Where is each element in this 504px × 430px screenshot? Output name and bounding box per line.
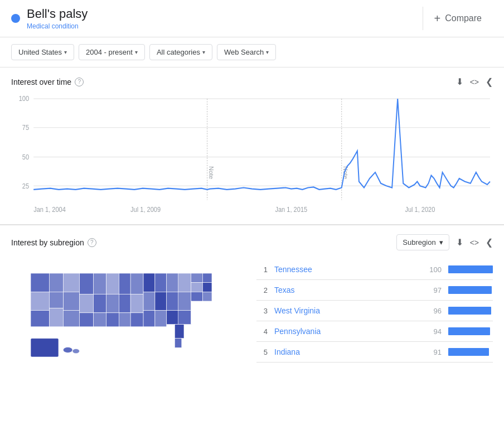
rank-number: 1 [256,265,268,274]
interest-over-time-section: Interest over time ? ⬇ <> ❮ 100 75 50 25… [0,67,504,225]
svg-text:100: 100 [19,95,29,103]
subregion-embed-icon[interactable]: <> [470,238,479,247]
svg-rect-32 [106,273,119,294]
svg-rect-35 [106,294,119,313]
chart-svg: 100 75 50 25 Jan 1, 2004 Jul 1, 2009 Jan… [11,93,493,215]
search-term-info: Bell's palsy Medical condition [11,7,423,30]
svg-rect-47 [167,292,180,310]
svg-text:Jul 1, 2009: Jul 1, 2009 [130,206,161,214]
rank-bar [448,286,492,294]
section-header: Interest over time ? ⬇ <> ❮ [11,76,493,87]
search-type-arrow-icon: ▾ [266,49,269,55]
rank-bar-container [448,327,493,335]
download-icon[interactable]: ⬇ [456,76,463,87]
search-type-filter[interactable]: Web Search ▾ [217,44,276,60]
subregion-title-group: Interest by subregion ? [11,238,96,247]
svg-rect-39 [119,313,130,327]
svg-rect-22 [80,294,94,313]
svg-text:Jul 1, 2020: Jul 1, 2020 [405,206,435,214]
svg-text:Note: Note [208,166,214,179]
subregion-filter-label: Subregion [403,238,435,247]
subregion-title: Interest by subregion [11,238,84,247]
rank-value: 91 [425,348,442,356]
svg-rect-38 [106,313,119,327]
svg-text:25: 25 [22,182,29,190]
term-details: Bell's palsy Medical condition [27,7,88,30]
subregion-filter-button[interactable]: Subregion ▾ [396,234,449,250]
svg-rect-40 [130,313,143,327]
svg-rect-23 [94,294,106,313]
svg-rect-34 [130,273,143,294]
time-series-chart: 100 75 50 25 Jan 1, 2004 Jul 1, 2009 Jan… [11,93,493,215]
rank-bar-container [448,265,493,273]
us-map [11,259,245,399]
ranking-row: 2 Texas 97 [256,280,493,301]
category-arrow-icon: ▾ [202,49,205,55]
svg-rect-25 [31,292,49,310]
svg-rect-51 [167,311,180,325]
svg-rect-21 [63,292,79,310]
svg-rect-19 [80,273,94,294]
rank-name[interactable]: West Virginia [274,306,418,315]
svg-rect-36 [119,294,130,313]
map-content: 1 Tennessee 100 2 Texas 97 3 West Virgin… [11,259,493,399]
rank-name[interactable]: Indiana [274,347,418,356]
share-icon[interactable]: ❮ [486,76,493,87]
svg-text:75: 75 [22,124,29,132]
embed-icon[interactable]: <> [470,78,479,86]
svg-rect-18 [63,273,79,292]
svg-rect-17 [49,273,63,292]
svg-rect-55 [191,273,203,283]
category-filter[interactable]: All categories ▾ [149,44,212,60]
compare-button[interactable]: + Compare [423,8,493,30]
header: Bell's palsy Medical condition + Compare [0,0,504,37]
region-filter[interactable]: United States ▾ [11,44,74,60]
svg-rect-27 [31,311,49,327]
rank-bar [448,327,490,335]
svg-rect-31 [94,313,106,327]
subregion-rankings: 1 Tennessee 100 2 Texas 97 3 West Virgin… [256,259,493,399]
svg-rect-50 [155,311,167,327]
rank-value: 97 [425,286,442,294]
rank-bar [448,348,489,356]
time-label: 2004 - present [86,48,133,56]
category-label: All categories [157,48,200,56]
svg-rect-20 [94,273,106,294]
rank-bar-container [448,348,493,356]
plus-icon: + [434,12,441,25]
svg-rect-43 [167,273,180,292]
svg-rect-58 [202,283,212,292]
ranking-row: 5 Indiana 91 [256,342,493,363]
rank-name[interactable]: Pennsylvania [274,327,418,336]
ranking-row: 1 Tennessee 100 [256,259,493,280]
subregion-arrow-icon: ▾ [439,238,443,247]
svg-rect-59 [191,292,203,301]
svg-text:50: 50 [22,153,29,161]
svg-rect-41 [143,273,155,292]
svg-text:Jan 1, 2015: Jan 1, 2015 [275,206,307,214]
svg-rect-53 [175,325,184,339]
subregion-share-icon[interactable]: ❮ [486,237,493,248]
svg-rect-44 [178,273,191,292]
search-type-label: Web Search [224,48,264,56]
region-arrow-icon: ▾ [64,49,67,55]
svg-rect-45 [143,292,155,310]
interest-over-time-title: Interest over time [11,78,71,86]
us-map-svg [17,259,240,399]
svg-rect-56 [202,273,212,283]
svg-rect-46 [155,292,167,310]
compare-label: Compare [445,13,482,23]
subregion-download-icon[interactable]: ⬇ [456,237,463,248]
rank-bar-container [448,286,493,294]
rank-name[interactable]: Tennessee [274,265,418,274]
rank-name[interactable]: Texas [274,286,418,294]
svg-rect-37 [130,294,143,313]
svg-rect-26 [49,292,63,308]
svg-rect-60 [202,292,212,301]
help-icon[interactable]: ? [75,78,84,86]
section-title-group: Interest over time ? [11,78,84,86]
svg-rect-48 [178,292,191,310]
time-filter[interactable]: 2004 - present ▾ [79,44,145,60]
time-arrow-icon: ▾ [135,49,138,55]
subregion-help-icon[interactable]: ? [88,238,96,247]
